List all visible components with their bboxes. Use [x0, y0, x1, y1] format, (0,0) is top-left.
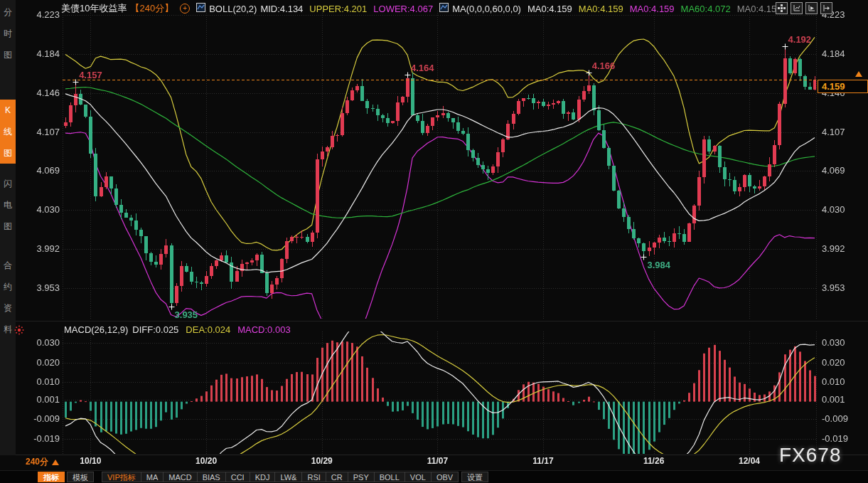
x-axis-date-label: 11/26	[634, 456, 674, 466]
price-annotation: 4.166	[592, 60, 616, 71]
page-title: 美债10年收益率	[61, 2, 127, 15]
toolbar-item-设置[interactable]: 设置	[461, 472, 488, 482]
macd-indicator-icon[interactable]	[14, 325, 24, 338]
price-axis-label-left: 3.953	[17, 282, 60, 294]
macd-axis-label-left: 0.001	[17, 394, 60, 405]
period-badge: 【240分】	[130, 2, 173, 15]
price-axis-label-left: 4.069	[17, 165, 60, 176]
chart-overlay: 4.2234.2234.1844.1844.1464.1464.1074.107…	[0, 0, 868, 483]
toolbar-item-OBV[interactable]: OBV	[431, 472, 459, 482]
macd-axis-label-right: 0.001	[822, 394, 864, 405]
toolbar-item-PSY[interactable]: PSY	[348, 472, 375, 482]
price-axis-label-left: 4.223	[17, 9, 60, 21]
ma-value-4: MA60:4.072	[681, 4, 731, 14]
macd-axis-label-right: 0.020	[822, 357, 864, 368]
x-axis-date-label: 11/17	[523, 456, 563, 466]
ma-value-3: MA0:4.159	[630, 4, 675, 14]
price-axis-label-right: 4.107	[822, 127, 864, 138]
toolbar-item-MACD[interactable]: MACD	[163, 472, 197, 482]
x-axis-date-label: 10/20	[186, 456, 226, 466]
toolbar-item-BIAS[interactable]: BIAS	[197, 472, 226, 482]
price-axis-label-right: 4.184	[822, 48, 864, 60]
price-axis-label-right: 3.953	[822, 282, 864, 294]
price-axis-label-left: 4.107	[17, 127, 60, 138]
sidebar-tab-3[interactable]: 闪电图	[0, 173, 16, 237]
ma-value-1: MA0:4.159	[527, 4, 572, 14]
app-window: 4.2234.2234.1844.1844.1464.1464.1074.107…	[0, 0, 868, 483]
price-axis-label-left: 3.992	[17, 243, 60, 255]
boll-mid-value: MID:4.134	[260, 4, 303, 14]
macd-axis-label-right: -0.019	[822, 433, 864, 445]
boll-lower-value: LOWER:4.067	[373, 4, 433, 14]
toolbar-item-LW&[interactable]: LW&	[274, 472, 302, 482]
x-axis-date-label: 10/29	[302, 456, 342, 466]
macd-axis-label-left: 0.010	[17, 376, 60, 388]
toolbar-item-指标[interactable]: 指标	[38, 472, 65, 482]
chart-header: 美债10年收益率 【240分】 + BOLL(20,2) MID:4.134 U…	[61, 3, 782, 14]
boll-upper-value: UPPER:4.201	[309, 4, 367, 14]
macd-value: MACD:0.003	[237, 324, 290, 335]
price-axis-label-right: 4.030	[822, 204, 864, 216]
toolbar-item-MA[interactable]: MA	[141, 472, 164, 482]
macd-axis-label-right: -0.009	[822, 413, 864, 425]
price-axis-label-left: 4.184	[17, 48, 60, 60]
price-axis-label-left: 4.030	[17, 204, 60, 216]
toolbar-item-模板[interactable]: 模板	[67, 472, 94, 482]
sidebar: 分时图K线图闪电图合约资料	[0, 0, 16, 455]
price-up-arrow-icon	[855, 71, 862, 77]
toolbar-item-VIP指标[interactable]: VIP指标	[102, 472, 141, 482]
macd-name: MACD(26,12,9)	[64, 324, 128, 335]
macd-axis-label-right: 0.030	[822, 337, 864, 349]
price-annotation: 3.935	[175, 309, 198, 320]
macd-axis-label-right: 0.010	[822, 376, 864, 388]
toolbar-item-CR[interactable]: CR	[326, 472, 348, 482]
price-axis-label-right: 3.992	[822, 243, 864, 255]
macd-axis-label-left: -0.009	[17, 413, 60, 425]
axis-scale-icon[interactable]	[791, 2, 803, 14]
chart-tool-buttons	[776, 2, 832, 14]
sidebar-tab-4[interactable]: 合约资料	[0, 255, 16, 340]
price-annotation: 4.164	[411, 63, 434, 73]
macd-header: MACD(26,12,9) DIFF:0.025 DEA:0.024 MACD:…	[64, 324, 291, 335]
ma-chart-icon	[439, 3, 449, 14]
period-selector[interactable]: 240分	[26, 456, 59, 468]
toolbar-item-CCI[interactable]: CCI	[225, 472, 250, 482]
toolbar-item-KDJ[interactable]: KDJ	[250, 472, 276, 482]
period-up-arrow-icon	[52, 460, 59, 465]
toolbar-item-RSI[interactable]: RSI	[301, 472, 326, 482]
price-annotation: 4.157	[79, 70, 102, 80]
ma-value-2: MA0:4.159	[579, 4, 623, 14]
toolbar-item-VOL[interactable]: VOL	[404, 472, 432, 482]
price-annotation: 4.192	[788, 34, 812, 45]
macd-axis-label-left: -0.019	[17, 433, 60, 445]
x-axis-date-label: 10/10	[70, 456, 110, 466]
x-axis-date-label: 12/04	[729, 456, 769, 466]
current-price-tag: 4.159	[818, 80, 868, 93]
macd-dea-value: DEA:0.024	[186, 324, 230, 335]
macd-axis-label-left: 0.020	[17, 357, 60, 368]
macd-diff-value: DIFF:0.025	[132, 324, 178, 335]
toolbar: 指标模板VIP指标MAMACDBIASCCIKDJLW&RSICRPSYBOLL…	[0, 470, 868, 483]
x-axis-date-label: 11/07	[417, 456, 457, 466]
shift-right-icon[interactable]	[820, 2, 832, 14]
sidebar-tab-1[interactable]: 分时图	[0, 1, 16, 65]
price-axis-label-left: 4.146	[17, 87, 60, 99]
add-indicator-icon[interactable]: +	[180, 4, 190, 14]
axis-forward-icon[interactable]	[805, 2, 818, 14]
boll-chart-icon	[196, 3, 205, 14]
pan-tool-icon[interactable]	[776, 2, 788, 14]
sidebar-tab-2[interactable]: K线图	[0, 100, 16, 164]
toolbar-item-BOLL[interactable]: BOLL	[374, 472, 405, 482]
boll-name: BOLL(20,2)	[209, 4, 257, 14]
price-annotation: 3.984	[647, 260, 670, 270]
ma-name: MA(0,0,0,60,0,0)	[452, 4, 521, 14]
period-label: 240分	[26, 456, 48, 468]
price-axis-label-right: 4.069	[822, 165, 864, 176]
macd-axis-label-left: 0.030	[17, 337, 60, 349]
watermark: FX678	[779, 444, 842, 467]
